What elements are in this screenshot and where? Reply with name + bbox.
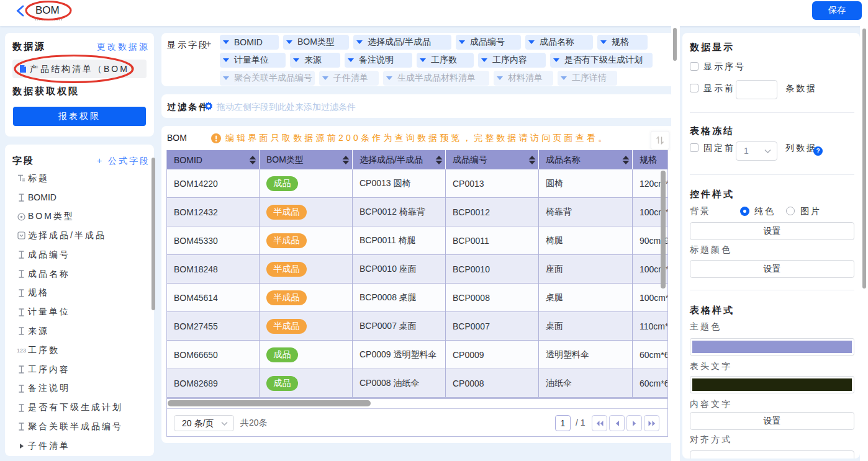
svg-text:?: ? — [816, 148, 820, 154]
